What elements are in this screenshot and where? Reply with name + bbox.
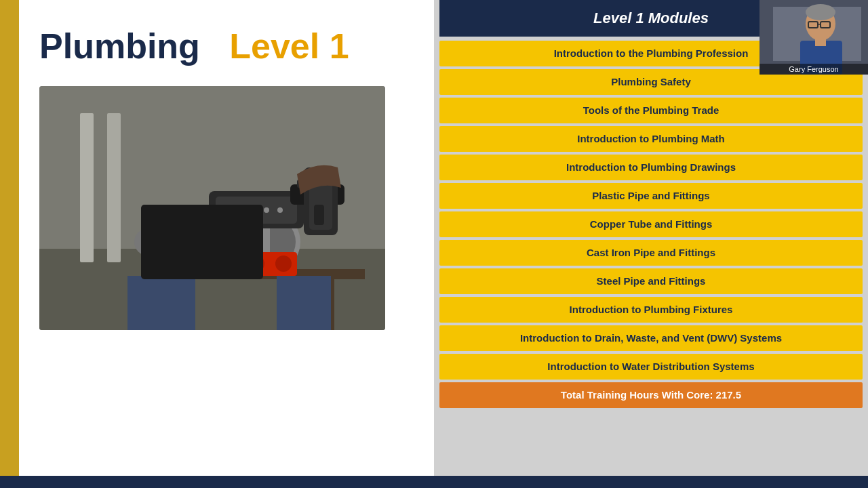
module-item-8[interactable]: Steel Pipe and Fittings [439,268,863,294]
right-panel: Gary Ferguson Level 1 Modules Introducti… [434,0,868,476]
module-item-10[interactable]: Introduction to Drain, Waste, and Vent (… [439,325,863,351]
module-item-11[interactable]: Introduction to Water Distribution Syste… [439,354,863,380]
module-item-label-12: Total Training Hours With Core: 217.5 [561,389,741,401]
svg-rect-22 [127,276,195,330]
module-item-5[interactable]: Plastic Pipe and Fittings [439,183,863,209]
module-item-label-8: Steel Pipe and Fittings [597,275,706,287]
plumbing-tool-image [39,86,385,330]
main-content: Plumbing Level 1 [0,0,868,476]
module-item-9[interactable]: Introduction to Plumbing Fixtures [439,297,863,323]
module-item-label-10: Introduction to Drain, Waste, and Vent (… [520,332,782,344]
module-item-label-9: Introduction to Plumbing Fixtures [570,304,733,315]
svg-rect-23 [277,276,331,330]
left-accent-bar [0,0,19,476]
module-item-label-6: Copper Tube and Fittings [590,218,713,230]
module-item-label-0: Introduction to the Plumbing Profession [554,47,749,59]
module-item-label-7: Cast Iron Pipe and Fittings [587,247,715,258]
svg-rect-3 [107,113,121,262]
svg-rect-29 [141,205,263,279]
modules-header-text: Level 1 Modules [593,9,709,26]
webcam-image: Gary Ferguson [760,0,868,75]
svg-point-28 [277,207,283,213]
module-item-4[interactable]: Introduction to Plumbing Drawings [439,155,863,180]
left-panel: Plumbing Level 1 [0,0,434,476]
module-item-label-4: Introduction to Plumbing Drawings [566,161,736,173]
svg-rect-2 [80,113,94,262]
title-area: Plumbing Level 1 [39,27,414,66]
module-item-7[interactable]: Cast Iron Pipe and Fittings [439,240,863,266]
webcam-person: Gary Ferguson [760,0,868,75]
module-item-3[interactable]: Introduction to Plumbing Math [439,126,863,152]
module-item-label-3: Introduction to Plumbing Math [577,133,724,144]
title-level: Level 1 [229,26,349,66]
webcam-overlay: Gary Ferguson [760,0,868,75]
module-item-label-2: Tools of the Plumbing Trade [583,104,719,116]
module-item-label-11: Introduction to Water Distribution Syste… [547,361,754,372]
svg-point-33 [806,4,835,20]
bottom-bar [0,476,868,488]
svg-rect-38 [815,38,826,46]
svg-point-27 [264,207,269,213]
module-item-2[interactable]: Tools of the Plumbing Trade [439,98,863,123]
plumbing-image-svg [39,86,385,330]
modules-list: Introduction to the Plumbing ProfessionP… [434,37,868,476]
svg-point-20 [275,256,292,272]
webcam-person-name: Gary Ferguson [760,64,868,75]
module-item-12[interactable]: Total Training Hours With Core: 217.5 [439,382,863,408]
title-plumbing: Plumbing [39,26,200,66]
left-content: Plumbing Level 1 [19,0,434,476]
module-item-label-5: Plastic Pipe and Fittings [592,190,709,201]
module-item-label-1: Plumbing Safety [611,76,691,87]
svg-rect-17 [314,205,324,225]
module-item-6[interactable]: Copper Tube and Fittings [439,211,863,237]
